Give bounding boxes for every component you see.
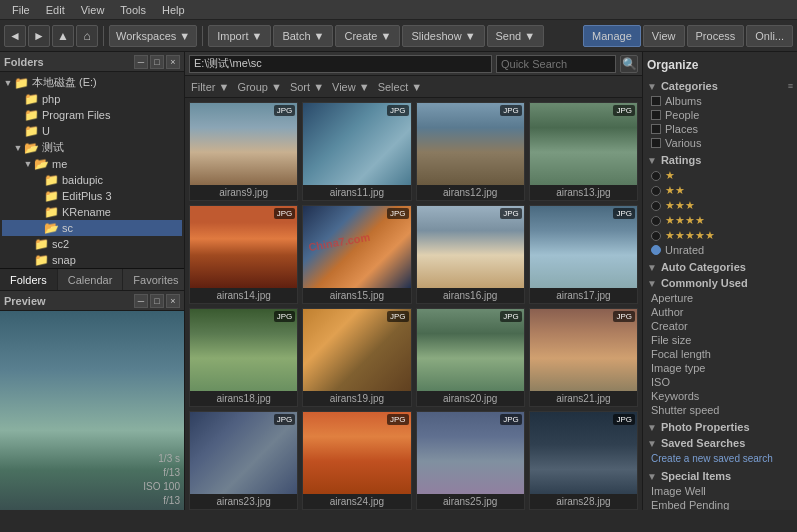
photo-item-3[interactable]: JPG airans13.jpg — [529, 102, 638, 201]
tab-folders[interactable]: Folders — [0, 269, 58, 290]
path-input[interactable] — [189, 55, 492, 73]
nav-forward-btn[interactable]: ► — [28, 25, 50, 47]
tree-item-9[interactable]: 📂sc — [2, 220, 182, 236]
cu-aperture[interactable]: Aperture — [647, 291, 793, 305]
online-tab[interactable]: Onli... — [746, 25, 793, 47]
sort-btn[interactable]: Sort ▼ — [290, 81, 324, 93]
cu-shutter[interactable]: Shutter speed — [647, 403, 793, 417]
category-albums[interactable]: Albums — [647, 94, 793, 108]
preview-iso: ISO 100 — [143, 480, 180, 494]
tree-item-2[interactable]: 📁Program Files — [2, 107, 182, 123]
rating-3[interactable]: ★★★ — [647, 198, 793, 213]
menu-file[interactable]: File — [4, 2, 38, 18]
cu-filesize[interactable]: File size — [647, 333, 793, 347]
tab-favorites[interactable]: Favorites — [123, 269, 184, 290]
tree-item-4[interactable]: ▼📂测试 — [2, 139, 182, 156]
cu-iso[interactable]: ISO — [647, 375, 793, 389]
filter-btn[interactable]: Filter ▼ — [191, 81, 229, 93]
tree-item-3[interactable]: 📁U — [2, 123, 182, 139]
photo-item-4[interactable]: JPG airans14.jpg — [189, 205, 298, 304]
special-image-well[interactable]: Image Well — [647, 484, 793, 498]
photo-item-7[interactable]: JPG airans17.jpg — [529, 205, 638, 304]
photo-item-8[interactable]: JPG airans18.jpg — [189, 308, 298, 407]
auto-categories-label: Auto Categories — [661, 261, 746, 273]
preview-pin-btn[interactable]: ─ — [134, 294, 148, 308]
cu-keywords[interactable]: Keywords — [647, 389, 793, 403]
auto-categories-header[interactable]: ▼ Auto Categories — [647, 261, 793, 273]
photo-item-13[interactable]: JPG airans24.jpg — [302, 411, 411, 510]
cu-imagetype[interactable]: Image type — [647, 361, 793, 375]
photo-properties-header[interactable]: ▼ Photo Properties — [647, 421, 793, 433]
batch-btn[interactable]: Batch ▼ — [273, 25, 333, 47]
photo-item-12[interactable]: JPG airans23.jpg — [189, 411, 298, 510]
photo-item-1[interactable]: JPG airans11.jpg — [302, 102, 411, 201]
nav-home-btn[interactable]: ⌂ — [76, 25, 98, 47]
saved-searches-header[interactable]: ▼ Saved Searches — [647, 437, 793, 449]
categories-section-header[interactable]: ▼ Categories ≡ — [647, 80, 793, 92]
category-various[interactable]: Various — [647, 136, 793, 150]
manage-tab[interactable]: Manage — [583, 25, 641, 47]
preview-title: Preview — [4, 295, 46, 307]
rating-1[interactable]: ★ — [647, 168, 793, 183]
category-people[interactable]: People — [647, 108, 793, 122]
panel-close-btn[interactable]: × — [166, 55, 180, 69]
rating-unrated[interactable]: Unrated — [647, 243, 793, 257]
tree-item-5[interactable]: ▼📂me — [2, 156, 182, 172]
ratings-section-header[interactable]: ▼ Ratings — [647, 154, 793, 166]
tree-item-1[interactable]: 📁php — [2, 91, 182, 107]
view-tab[interactable]: View — [643, 25, 685, 47]
menu-view[interactable]: View — [73, 2, 113, 18]
create-saved-search-btn[interactable]: Create a new saved search — [647, 451, 793, 466]
photo-item-5[interactable]: JPG China7.com airans15.jpg — [302, 205, 411, 304]
nav-back-btn[interactable]: ◄ — [4, 25, 26, 47]
preview-float-btn[interactable]: □ — [150, 294, 164, 308]
commonly-used-header[interactable]: ▼ Commonly Used — [647, 277, 793, 289]
photo-item-11[interactable]: JPG airans21.jpg — [529, 308, 638, 407]
slideshow-btn[interactable]: Slideshow ▼ — [402, 25, 484, 47]
tree-item-7[interactable]: 📁EditPlus 3 — [2, 188, 182, 204]
tree-toggle-10 — [22, 238, 34, 250]
tree-item-6[interactable]: 📁baidupic — [2, 172, 182, 188]
special-embed-pending[interactable]: Embed Pending — [647, 498, 793, 510]
tree-icon-11: 📁 — [34, 253, 49, 267]
photo-item-10[interactable]: JPG airans20.jpg — [416, 308, 525, 407]
tree-label-6: baidupic — [62, 174, 103, 186]
tree-item-10[interactable]: 📁sc2 — [2, 236, 182, 252]
view-btn[interactable]: View ▼ — [332, 81, 370, 93]
tree-item-0[interactable]: ▼📁本地磁盘 (E:) — [2, 74, 182, 91]
photo-item-2[interactable]: JPG airans12.jpg — [416, 102, 525, 201]
menu-tools[interactable]: Tools — [112, 2, 154, 18]
menu-help[interactable]: Help — [154, 2, 193, 18]
rating-2[interactable]: ★★ — [647, 183, 793, 198]
panel-float-btn[interactable]: □ — [150, 55, 164, 69]
search-icon[interactable]: 🔍 — [620, 55, 638, 73]
tree-item-8[interactable]: 📁KRename — [2, 204, 182, 220]
menu-edit[interactable]: Edit — [38, 2, 73, 18]
workspaces-btn[interactable]: Workspaces ▼ — [109, 25, 197, 47]
photo-item-6[interactable]: JPG airans16.jpg — [416, 205, 525, 304]
cu-focal[interactable]: Focal length — [647, 347, 793, 361]
rating-4[interactable]: ★★★★ — [647, 213, 793, 228]
panel-pin-btn[interactable]: ─ — [134, 55, 148, 69]
special-items-header[interactable]: ▼ Special Items — [647, 470, 793, 482]
preview-close-btn[interactable]: × — [166, 294, 180, 308]
search-input[interactable] — [496, 55, 616, 73]
photo-item-14[interactable]: JPG airans25.jpg — [416, 411, 525, 510]
import-btn[interactable]: Import ▼ — [208, 25, 271, 47]
create-btn[interactable]: Create ▼ — [335, 25, 400, 47]
category-places[interactable]: Places — [647, 122, 793, 136]
photo-item-0[interactable]: JPG airans9.jpg — [189, 102, 298, 201]
photo-item-9[interactable]: JPG airans19.jpg — [302, 308, 411, 407]
cu-author[interactable]: Author — [647, 305, 793, 319]
tree-item-11[interactable]: 📁snap — [2, 252, 182, 268]
process-tab[interactable]: Process — [687, 25, 745, 47]
send-btn[interactable]: Send ▼ — [487, 25, 545, 47]
folder-tree[interactable]: ▼📁本地磁盘 (E:) 📁php 📁Program Files 📁U▼📂测试▼📂… — [0, 72, 184, 268]
tab-calendar[interactable]: Calendar — [58, 269, 124, 290]
photo-item-15[interactable]: JPG airans28.jpg — [529, 411, 638, 510]
rating-5[interactable]: ★★★★★ — [647, 228, 793, 243]
group-btn[interactable]: Group ▼ — [237, 81, 282, 93]
select-btn[interactable]: Select ▼ — [378, 81, 423, 93]
nav-up-btn[interactable]: ▲ — [52, 25, 74, 47]
cu-creator[interactable]: Creator — [647, 319, 793, 333]
